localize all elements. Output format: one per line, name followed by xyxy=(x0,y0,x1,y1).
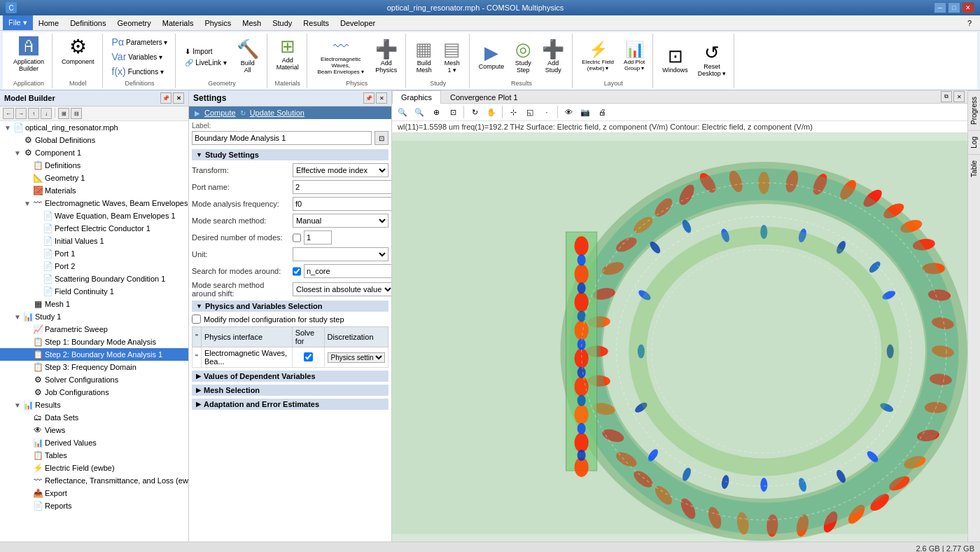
electric-field-btn[interactable]: ⚡ Electric Field(ewbe) ▾ xyxy=(578,40,617,74)
tree-down-btn[interactable]: ↓ xyxy=(41,108,52,119)
tree-item[interactable]: ⚙ Job Configurations xyxy=(0,386,188,399)
tree-item[interactable]: ▼ ⚙ Component 1 xyxy=(0,146,188,159)
tree-up-btn[interactable]: ↑ xyxy=(28,108,39,119)
add-study-btn[interactable]: ➕ AddStudy xyxy=(538,38,568,76)
menu-mesh[interactable]: Mesh xyxy=(237,15,267,30)
settings-pin-btn[interactable]: 📌 xyxy=(363,92,374,104)
tree-item[interactable]: ⚡ Electric Field (ewbe) xyxy=(0,462,188,474)
menu-study[interactable]: Study xyxy=(267,15,298,30)
build-all-btn[interactable]: 🔨 BuildAll xyxy=(233,38,262,76)
parameters-btn[interactable]: Pα Parameters ▾ xyxy=(108,35,172,49)
add-physics-btn[interactable]: ➕ AddPhysics xyxy=(372,38,401,76)
tree-item[interactable]: ▼ 📄 optical_ring_resonator.mph xyxy=(0,121,188,134)
tree-item[interactable]: ▦ Mesh 1 xyxy=(0,298,188,310)
tree-item[interactable]: 📤 Export xyxy=(0,487,188,499)
menu-definitions[interactable]: Definitions xyxy=(64,15,111,30)
label-expand-btn[interactable]: ⊡ xyxy=(374,131,388,145)
close-btn[interactable]: ✕ xyxy=(962,2,974,13)
menu-help[interactable]: ? xyxy=(962,15,977,30)
graphics-detach-btn[interactable]: ⧉ xyxy=(941,91,952,102)
mesh1-btn[interactable]: ▤ Mesh1 ▾ xyxy=(440,38,465,76)
menu-materials[interactable]: Materials xyxy=(157,15,200,30)
transform-select[interactable]: Effective mode index xyxy=(293,163,388,177)
physics-vars-section[interactable]: ▼ Physics and Variables Selection xyxy=(192,301,388,312)
import-btn[interactable]: ⬇ Import xyxy=(181,46,230,57)
tree-item[interactable]: 🧱 Materials xyxy=(0,184,188,197)
mode-search-select[interactable]: Manual xyxy=(293,214,388,228)
tree-item[interactable]: 〰 Reflectance, Transmittance, and Loss (… xyxy=(0,474,188,487)
tree-item[interactable]: 📄 Reports xyxy=(0,499,188,512)
zoom-in-btn[interactable]: 🔍 xyxy=(395,105,410,119)
menu-physics[interactable]: Physics xyxy=(199,15,237,30)
tree-item[interactable]: 📋 Definitions xyxy=(0,159,188,172)
tree-back-btn[interactable]: ← xyxy=(3,108,14,119)
application-builder-btn[interactable]: 🅰 ApplicationBuilder xyxy=(10,35,48,74)
tree-item[interactable]: 👁 Views xyxy=(0,424,188,436)
progress-tab[interactable]: Progress xyxy=(968,90,980,130)
select-btn[interactable]: ⊹ xyxy=(505,105,521,119)
tab-graphics[interactable]: Graphics xyxy=(392,90,441,104)
component-btn[interactable]: ⚙ Component xyxy=(58,35,98,67)
tree-item[interactable]: 📄 Field Continuity 1 xyxy=(0,285,188,298)
cell-solve[interactable] xyxy=(292,347,324,368)
rotate-btn[interactable]: ↻ xyxy=(467,105,482,119)
pan-btn[interactable]: ✋ xyxy=(484,105,499,119)
tree-forward-btn[interactable]: → xyxy=(15,108,27,119)
mode-freq-input[interactable] xyxy=(293,197,391,211)
unit-select[interactable] xyxy=(293,247,388,261)
livelink-btn[interactable]: 🔗 LiveLink ▾ xyxy=(181,57,230,68)
reset-desktop-btn[interactable]: ↺ ResetDesktop ▾ xyxy=(694,41,730,79)
tree-item[interactable]: 📈 Parametric Sweep xyxy=(0,323,188,336)
tree-item[interactable]: 📄 Initial Values 1 xyxy=(0,235,188,247)
settings-close-btn[interactable]: ✕ xyxy=(376,92,387,104)
port-name-input[interactable] xyxy=(293,180,391,194)
tree-item[interactable]: ▼ 📊 Study 1 xyxy=(0,310,188,323)
minimize-btn[interactable]: ─ xyxy=(934,2,946,13)
menu-geometry[interactable]: Geometry xyxy=(111,15,156,30)
mode-search-shift-select[interactable]: Closest in absolute value xyxy=(293,282,391,296)
tree-item[interactable]: 📄 Port 2 xyxy=(0,260,188,272)
menu-home[interactable]: Home xyxy=(33,15,64,30)
modify-config-checkbox[interactable] xyxy=(192,315,201,324)
panel-close-btn[interactable]: ✕ xyxy=(173,92,184,104)
tree-item[interactable]: ⚙ Solver Configurations xyxy=(0,373,188,386)
tree-item[interactable]: 📋 Step 3: Frequency Domain xyxy=(0,361,188,373)
update-solution-link[interactable]: Update Solution xyxy=(250,109,304,117)
view-btn[interactable]: 👁 xyxy=(561,105,576,119)
tree-item[interactable]: 📋 Step 1: Boundary Mode Analysis xyxy=(0,336,188,348)
tree-item[interactable]: 📋 Step 2: Boundary Mode Analysis 1 xyxy=(0,348,188,361)
tree-item[interactable]: 📐 Geometry 1 xyxy=(0,172,188,184)
menu-developer[interactable]: Developer xyxy=(335,15,381,30)
table-tab[interactable]: Table xyxy=(968,154,980,183)
desired-modes-input[interactable] xyxy=(304,230,332,244)
panel-pin-btn[interactable]: 📌 xyxy=(160,92,172,104)
log-tab[interactable]: Log xyxy=(968,130,980,154)
build-mesh-btn[interactable]: ▦ BuildMesh xyxy=(412,38,437,76)
tree-item[interactable]: 📄 Wave Equation, Beam Envelopes 1 xyxy=(0,209,188,222)
search-around-checkbox[interactable] xyxy=(293,267,301,276)
zoom-fit-btn[interactable]: ⊕ xyxy=(428,105,444,119)
adaptation-section[interactable]: ▶ Adaptation and Error Estimates xyxy=(192,399,388,410)
tree-item[interactable]: 🗂 Data Sets xyxy=(0,411,188,424)
study-step-btn[interactable]: ◎ StudyStep xyxy=(510,38,536,76)
maximize-btn[interactable]: □ xyxy=(948,2,960,13)
menu-file[interactable]: File ▾ xyxy=(3,15,33,30)
menu-results[interactable]: Results xyxy=(298,15,335,30)
add-material-btn[interactable]: ⊞ AddMaterial xyxy=(273,35,302,73)
zoom-box-btn[interactable]: ⊡ xyxy=(445,105,461,119)
dependent-vars-section[interactable]: ▶ Values of Dependent Variables xyxy=(192,371,388,382)
tree-collapse-all-btn[interactable]: ⊟ xyxy=(71,108,82,119)
graphics-close-btn[interactable]: ✕ xyxy=(953,91,965,102)
tree-item[interactable]: 📄 Port 1 xyxy=(0,247,188,260)
study-settings-section[interactable]: ▼ Study Settings xyxy=(192,149,388,160)
scene-btn[interactable]: 📷 xyxy=(578,105,593,119)
tree-item[interactable]: ▼ 〰 Electromagnetic Waves, Beam Envelope… xyxy=(0,197,188,209)
cell-disc[interactable]: Physics settings xyxy=(324,347,388,368)
compute-link[interactable]: Compute xyxy=(204,109,236,117)
window-controls[interactable]: ─ □ ✕ xyxy=(934,2,974,13)
tab-convergence[interactable]: Convergence Plot 1 xyxy=(441,90,527,104)
mesh-selection-section[interactable]: ▶ Mesh Selection xyxy=(192,385,388,396)
label-input[interactable] xyxy=(192,131,372,145)
tree-item[interactable]: 📄 Perfect Electric Conductor 1 xyxy=(0,222,188,235)
tree-item[interactable]: ▼ 📊 Results xyxy=(0,399,188,411)
